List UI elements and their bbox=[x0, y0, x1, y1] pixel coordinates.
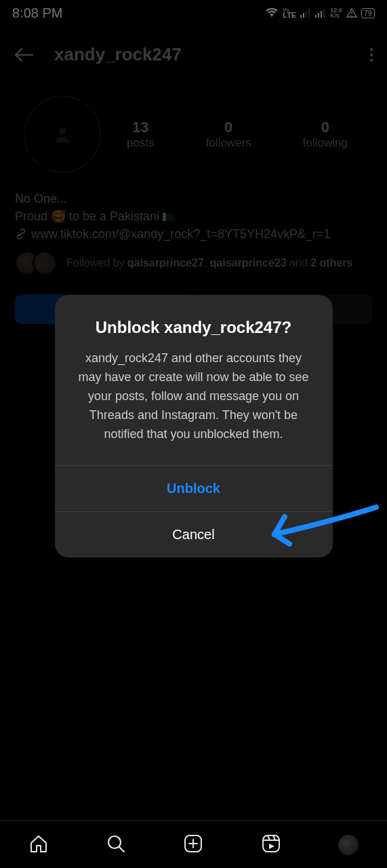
nav-create[interactable] bbox=[183, 833, 203, 856]
unblock-button[interactable]: Unblock bbox=[55, 465, 333, 511]
plus-square-icon bbox=[183, 833, 203, 854]
svg-line-21 bbox=[268, 835, 270, 840]
nav-home[interactable] bbox=[28, 833, 49, 856]
modal-overlay: Unblock xandy_rock247? xandy_rock247 and… bbox=[0, 0, 387, 868]
cancel-button[interactable]: Cancel bbox=[55, 511, 333, 557]
unblock-dialog: Unblock xandy_rock247? xandy_rock247 and… bbox=[55, 295, 333, 557]
svg-rect-19 bbox=[263, 835, 279, 852]
dialog-text: xandy_rock247 and other accounts they ma… bbox=[73, 349, 315, 443]
profile-avatar-icon bbox=[338, 835, 359, 855]
dialog-title: Unblock xandy_rock247? bbox=[73, 318, 315, 337]
dialog-body: Unblock xandy_rock247? xandy_rock247 and… bbox=[55, 295, 333, 465]
reels-icon bbox=[261, 833, 281, 854]
svg-line-15 bbox=[119, 847, 124, 852]
bottom-nav bbox=[0, 821, 387, 868]
svg-line-22 bbox=[273, 835, 275, 840]
nav-search[interactable] bbox=[106, 833, 126, 856]
search-icon bbox=[106, 833, 126, 854]
nav-reels[interactable] bbox=[261, 833, 281, 856]
home-icon bbox=[28, 833, 49, 854]
nav-profile[interactable] bbox=[338, 835, 359, 855]
